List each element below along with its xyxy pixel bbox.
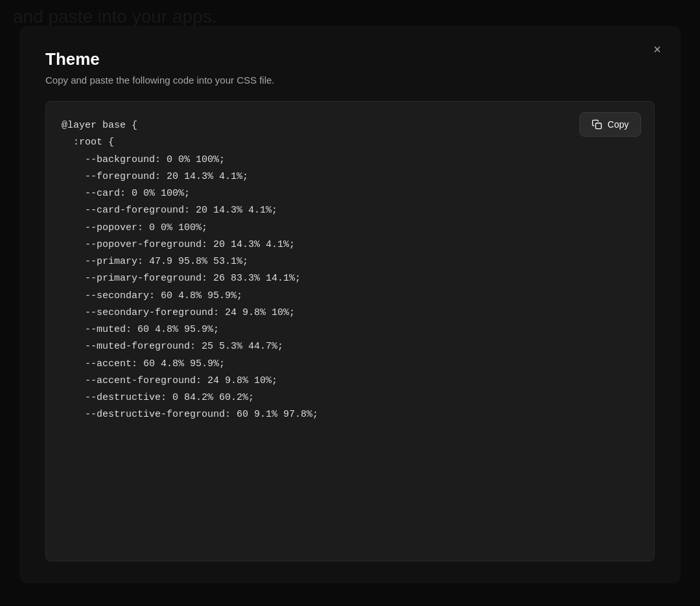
code-block: @layer base { :root { --background: 0 0%…	[62, 117, 641, 424]
modal-subtitle: Copy and paste the following code into y…	[45, 75, 655, 86]
svg-rect-0	[596, 123, 601, 129]
theme-modal: × Theme Copy and paste the following cod…	[19, 26, 681, 583]
copy-button[interactable]: Copy	[579, 112, 641, 137]
copy-icon	[592, 119, 602, 130]
modal-title: Theme	[45, 49, 655, 69]
code-scroll-area[interactable]: @layer base { :root { --background: 0 0%…	[46, 102, 654, 561]
modal-overlay: × Theme Copy and paste the following cod…	[0, 0, 700, 606]
copy-button-label: Copy	[607, 119, 629, 130]
close-button[interactable]: ×	[647, 39, 668, 60]
code-container: Copy @layer base { :root { --background:…	[45, 101, 655, 561]
